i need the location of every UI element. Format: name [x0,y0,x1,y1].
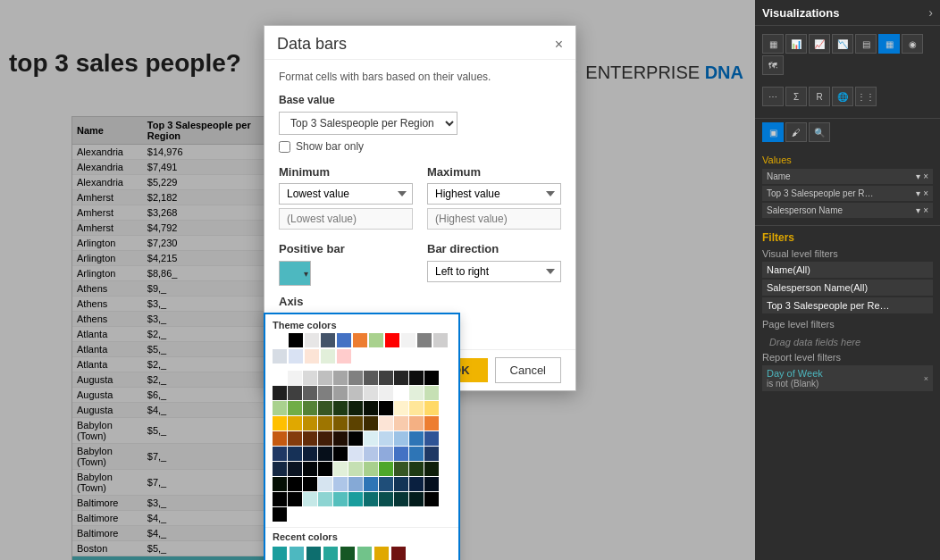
gradient-cell[interactable] [424,431,439,446]
recent-swatch[interactable] [340,547,355,560]
theme-swatch[interactable] [369,333,383,347]
gradient-cell[interactable] [348,401,363,415]
gradient-cell[interactable] [424,462,439,476]
gradient-cell[interactable] [273,507,287,522]
gradient-cell[interactable] [288,477,302,491]
gradient-cell[interactable] [318,401,332,415]
gradient-cell[interactable] [348,371,363,385]
gradient-cell[interactable] [379,462,393,476]
field-salesperson-controls[interactable]: ▾ × [916,205,928,215]
gradient-cell[interactable] [273,431,287,446]
gradient-cell[interactable] [303,401,317,415]
recent-swatch[interactable] [290,547,304,560]
gradient-cell[interactable] [288,462,302,476]
gradient-cell[interactable] [364,371,378,385]
gradient-cell[interactable] [348,416,363,430]
gradient-cell[interactable] [379,416,393,430]
gradient-cell[interactable] [379,492,393,506]
gradient-cell[interactable] [424,416,439,430]
minimum-input[interactable] [279,208,413,230]
gradient-cell[interactable] [273,371,287,385]
cancel-button[interactable]: Cancel [495,357,561,383]
recent-swatch[interactable] [273,547,287,560]
gradient-cell[interactable] [273,477,287,491]
theme-swatch[interactable] [289,349,303,364]
gradient-cell[interactable] [288,401,302,415]
gradient-cell[interactable] [379,371,393,385]
viz-icon-5[interactable]: ▤ [855,34,877,54]
gradient-cell[interactable] [394,477,408,491]
viz-icon-8[interactable]: 🗺 [762,55,784,75]
gradient-cell[interactable] [303,416,317,430]
gradient-cell[interactable] [409,462,424,476]
gradient-cell[interactable] [379,477,393,491]
gradient-cell[interactable] [333,371,348,385]
maximum-select[interactable]: Highest value [427,183,561,205]
gradient-cell[interactable] [273,492,287,506]
viz-icon-9[interactable]: ⋯ [762,87,784,106]
theme-swatch[interactable] [273,333,287,347]
gradient-cell[interactable] [288,492,302,506]
gradient-cell[interactable] [303,386,317,400]
gradient-cell[interactable] [348,462,363,476]
gradient-cell[interactable] [318,477,332,491]
gradient-cell[interactable] [424,477,439,491]
viz-icon-2[interactable]: 📊 [785,34,807,54]
format-icon-1[interactable]: ▣ [762,122,784,142]
gradient-cell[interactable] [394,492,408,506]
theme-swatch[interactable] [305,349,319,364]
gradient-cell[interactable] [364,416,378,430]
viz-icon-13[interactable]: ⋮⋮ [855,87,877,106]
theme-swatch[interactable] [321,349,335,364]
gradient-cell[interactable] [333,462,348,476]
gradient-cell[interactable] [318,447,332,461]
viz-icon-1[interactable]: ▦ [762,34,784,54]
gradient-cell[interactable] [288,371,302,385]
gradient-cell[interactable] [288,416,302,430]
minimum-select[interactable]: Lowest value [279,183,413,205]
gradient-cell[interactable] [409,447,424,461]
gradient-cell[interactable] [364,401,378,415]
positive-bar-color-btn[interactable] [279,261,311,286]
gradient-cell[interactable] [318,431,332,446]
gradient-cell[interactable] [409,386,424,400]
viz-icon-7[interactable]: ◉ [902,34,923,54]
gradient-cell[interactable] [348,431,363,446]
viz-icon-10[interactable]: Σ [785,87,807,106]
gradient-cell[interactable] [379,447,393,461]
gradient-cell[interactable] [379,386,393,400]
gradient-cell[interactable] [318,462,332,476]
gradient-cell[interactable] [364,477,378,491]
gradient-cell[interactable] [333,447,348,461]
dialog-close-button[interactable]: × [555,37,563,53]
viz-icon-6[interactable]: ▦ [878,34,900,54]
gradient-cell[interactable] [333,416,348,430]
gradient-cell[interactable] [409,371,424,385]
gradient-cell[interactable] [364,431,378,446]
gradient-cell[interactable] [333,386,348,400]
gradient-cell[interactable] [424,386,439,400]
theme-swatch[interactable] [273,349,287,364]
theme-swatch[interactable] [353,333,367,347]
gradient-cell[interactable] [364,492,378,506]
gradient-cell[interactable] [364,386,378,400]
gradient-cell[interactable] [409,477,424,491]
gradient-cell[interactable] [364,462,378,476]
theme-swatch[interactable] [433,333,448,347]
gradient-cell[interactable] [303,477,317,491]
theme-swatch[interactable] [289,333,303,347]
gradient-cell[interactable] [348,447,363,461]
gradient-cell[interactable] [333,431,348,446]
gradient-cell[interactable] [303,492,317,506]
gradient-cell[interactable] [409,492,424,506]
gradient-cell[interactable] [303,371,317,385]
gradient-cell[interactable] [424,492,439,506]
gradient-cell[interactable] [288,447,302,461]
gradient-cell[interactable] [394,416,408,430]
gradient-cell[interactable] [409,401,424,415]
theme-swatch[interactable] [401,333,415,347]
recent-swatch[interactable] [357,547,372,560]
gradient-cell[interactable] [424,371,439,385]
gradient-cell[interactable] [424,401,439,415]
field-name-controls[interactable]: ▾ × [916,171,928,181]
